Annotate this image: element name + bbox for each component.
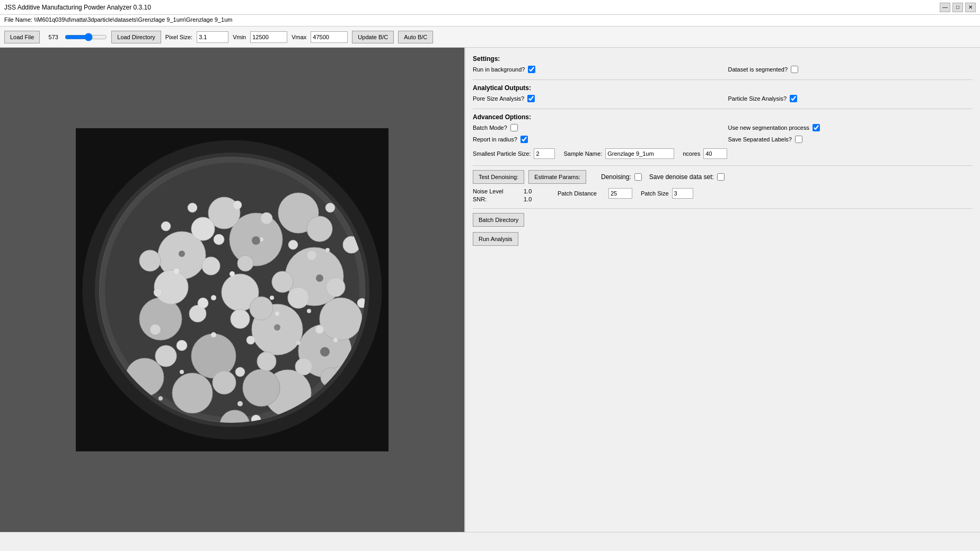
svg-point-13	[172, 373, 213, 413]
file-name-value: \\M601q039\d\matta\3dparticle\datasets\G…	[34, 16, 232, 23]
minimize-button[interactable]: —	[940, 3, 950, 12]
update-bc-button[interactable]: Update B/C	[352, 31, 394, 43]
denoising-label: Denoising:	[601, 173, 631, 181]
svg-point-86	[274, 324, 280, 331]
save-separated-labels-label: Save Separated Labels?	[728, 136, 792, 143]
settings-section-title: Settings:	[473, 55, 973, 63]
advanced-options-grid: Batch Mode? Use new segmentation process…	[473, 124, 973, 145]
svg-point-82	[180, 370, 184, 374]
run-analysis-button[interactable]: Run Analysis	[473, 232, 518, 246]
settings-panel: Settings: Run in background? Dataset is …	[465, 48, 980, 532]
denoising-params-left: Noise Level 1.0 SNR: 1.0	[473, 188, 545, 204]
save-denoise-checkbox[interactable]	[717, 173, 725, 181]
powder-ct-image	[76, 128, 389, 451]
pore-size-checkbox[interactable]	[527, 95, 535, 102]
noise-level-row: Noise Level 1.0	[473, 188, 545, 194]
svg-point-62	[246, 336, 255, 344]
svg-point-51	[150, 324, 161, 335]
patch-size-label: Patch Size	[641, 190, 669, 197]
svg-point-29	[155, 345, 176, 367]
sample-name-label: Sample Name:	[563, 150, 602, 157]
patch-distance-label: Patch Distance	[558, 190, 605, 197]
ncores-label: ncores	[683, 150, 700, 157]
load-file-button[interactable]: Load File	[4, 31, 40, 43]
maximize-button[interactable]: □	[952, 3, 963, 12]
svg-point-87	[320, 347, 330, 357]
slice-slider[interactable]	[65, 33, 107, 41]
snr-label: SNR:	[473, 196, 520, 202]
denoising-checkbox[interactable]	[634, 173, 642, 181]
svg-point-46	[288, 240, 298, 250]
svg-point-48	[235, 367, 245, 377]
smallest-particle-row: Smallest Particle Size:	[473, 148, 555, 159]
svg-point-17	[154, 270, 188, 304]
svg-point-72	[174, 269, 179, 274]
batch-mode-label: Batch Mode?	[473, 125, 507, 131]
svg-point-61	[307, 251, 316, 260]
estimate-params-button[interactable]: Estimate Params:	[528, 170, 586, 184]
auto-bc-button[interactable]: Auto B/C	[398, 31, 433, 43]
use-new-seg-row: Use new segmentation process	[728, 124, 973, 131]
run-in-background-label: Run in background?	[473, 66, 525, 73]
report-in-radius-row: Report in radius?	[473, 136, 718, 143]
svg-point-20	[243, 369, 280, 406]
smallest-particle-label: Smallest Particle Size:	[473, 150, 531, 157]
run-in-background-checkbox[interactable]	[528, 66, 535, 73]
svg-point-71	[307, 309, 311, 313]
vmin-label: Vmin	[233, 34, 246, 40]
vmax-input[interactable]	[311, 31, 348, 43]
svg-point-8	[139, 298, 182, 340]
svg-point-36	[139, 250, 161, 271]
dataset-segmented-label: Dataset is segmented?	[728, 66, 788, 73]
test-denoising-button[interactable]: Test Denoising:	[473, 170, 524, 184]
svg-point-32	[288, 287, 309, 308]
svg-point-84	[252, 236, 260, 245]
image-panel	[0, 48, 465, 532]
svg-point-81	[275, 312, 279, 316]
patch-size-input[interactable]	[672, 188, 693, 199]
svg-point-73	[296, 341, 301, 345]
svg-point-83	[179, 251, 185, 257]
use-new-seg-checkbox[interactable]	[813, 124, 820, 131]
svg-point-10	[191, 334, 236, 378]
svg-point-16	[320, 298, 362, 340]
main-layout: Settings: Run in background? Dataset is …	[0, 48, 980, 532]
svg-point-69	[270, 296, 274, 300]
window-controls[interactable]: — □ ✕	[940, 3, 976, 12]
patch-distance-input[interactable]	[608, 188, 632, 199]
batch-mode-checkbox[interactable]	[510, 124, 518, 131]
denoising-params-right: Patch Distance Patch Size	[558, 188, 693, 204]
dataset-segmented-checkbox[interactable]	[791, 66, 798, 73]
particle-size-checkbox[interactable]	[790, 95, 797, 102]
svg-point-79	[158, 396, 163, 401]
svg-point-27	[231, 309, 250, 328]
save-separated-labels-checkbox[interactable]	[795, 136, 802, 143]
report-in-radius-checkbox[interactable]	[520, 136, 528, 143]
pixel-size-label: Pixel Size:	[165, 34, 192, 40]
ncores-input[interactable]	[703, 148, 727, 159]
app-title: JSS Additive Manufacturing Powder Analyz…	[4, 4, 151, 11]
ncores-row: ncores	[683, 148, 727, 159]
svg-point-43	[237, 255, 253, 271]
svg-point-75	[211, 332, 216, 337]
batch-directory-button[interactable]: Batch Directory	[473, 213, 524, 227]
svg-point-57	[233, 201, 242, 209]
snr-value: 1.0	[524, 196, 545, 202]
vmin-input[interactable]	[250, 31, 287, 43]
svg-point-59	[154, 288, 162, 297]
title-bar: JSS Additive Manufacturing Powder Analyz…	[0, 0, 980, 15]
load-directory-button[interactable]: Load Directory	[111, 31, 161, 43]
smallest-particle-input[interactable]	[534, 148, 555, 159]
pixel-size-input[interactable]	[197, 31, 228, 43]
svg-point-56	[188, 203, 197, 212]
save-separated-labels-row: Save Separated Labels?	[728, 136, 973, 143]
svg-point-60	[198, 298, 208, 308]
close-button[interactable]: ✕	[965, 3, 976, 12]
svg-point-28	[307, 216, 332, 242]
report-in-radius-label: Report in radius?	[473, 136, 517, 143]
sample-name-input[interactable]	[605, 148, 674, 159]
noise-level-value: 1.0	[524, 188, 545, 194]
svg-point-70	[211, 295, 216, 300]
svg-point-34	[250, 297, 273, 320]
sample-name-row: Sample Name:	[563, 148, 674, 159]
